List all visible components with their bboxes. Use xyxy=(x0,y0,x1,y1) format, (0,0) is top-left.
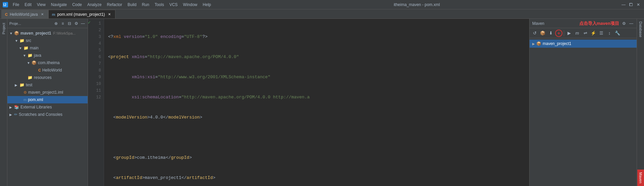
tree-arrow-java[interactable]: ▼ xyxy=(23,54,27,57)
menu-help[interactable]: Help xyxy=(201,2,213,8)
menu-file[interactable]: File xyxy=(11,2,21,8)
maven-title: Maven xyxy=(532,21,577,26)
maven-settings-icon[interactable]: ⚙ xyxy=(621,21,627,26)
line-num-8: 8 xyxy=(91,67,101,74)
tree-item-resources[interactable]: 📁 resources xyxy=(7,74,88,81)
project-panel-header: Proje... ⊕ ≡ ⊟ ⚙ — xyxy=(7,19,88,28)
tree-item-helloworld[interactable]: C HelloWorld xyxy=(7,66,88,74)
project-tree: ▼ 📦 maven_project1 F:\WorkSpa... ▼ 📁 src… xyxy=(7,28,88,186)
maven-tree: ▶ 📦 maven_project1 xyxy=(530,38,637,186)
folder-java-icon: 📁 xyxy=(28,53,33,58)
maven-tab-vertical[interactable]: Maven xyxy=(637,170,644,186)
tree-expand-icon[interactable]: ≡ xyxy=(60,21,65,26)
menu-navigate[interactable]: Navigate xyxy=(49,2,69,8)
database-tab-vertical[interactable]: Database xyxy=(637,19,644,40)
tree-arrow-com-itheima[interactable]: ▼ xyxy=(27,61,31,65)
menu-refactor[interactable]: Refactor xyxy=(105,2,124,8)
maven-project-item[interactable]: ▶ 📦 maven_project1 xyxy=(530,40,637,48)
tree-item-maven-project1[interactable]: ▼ 📦 maven_project1 F:\WorkSpa... xyxy=(7,30,88,37)
window-title: itheima_maven - pom.xml xyxy=(216,2,618,7)
maven-refresh-btn[interactable]: ↺ xyxy=(531,30,538,37)
maven-add-btn[interactable]: + xyxy=(555,30,562,37)
maven-minimize-icon[interactable]: — xyxy=(629,21,634,26)
window-controls: — ⧠ ✕ xyxy=(621,2,641,8)
editor-gutter: ✓ xyxy=(88,19,91,186)
tree-arrow-test[interactable]: ▶ xyxy=(15,83,19,87)
line-num-2: 2 xyxy=(91,27,101,34)
tab-helloworld-label: HelloWorld.java xyxy=(10,12,38,17)
tree-label-resources: resources xyxy=(34,75,52,80)
tree-item-iml[interactable]: ⚙ maven_project1.iml xyxy=(7,89,88,96)
project-close-icon[interactable]: — xyxy=(80,21,86,26)
maven-load-btn[interactable]: 📦 xyxy=(539,30,546,37)
line-num-5: 5 xyxy=(91,47,101,54)
tree-item-src[interactable]: ▼ 📁 src xyxy=(7,37,88,44)
menu-vcs[interactable]: VCS xyxy=(167,2,180,8)
maven-header: Maven 点击导入maven项目 ⚙ — xyxy=(530,19,637,28)
tree-collapse-icon[interactable]: ⊟ xyxy=(67,21,72,26)
tree-label-com-itheima: com.itheima xyxy=(38,60,60,65)
tab-helloworld[interactable]: C HelloWorld.java ✕ xyxy=(1,10,48,18)
editor-area: ✓ 1 2 3 4 5 6 7 8 9 10 11 12 <?xml versi… xyxy=(88,19,529,186)
tree-arrow-ext[interactable]: ▶ xyxy=(9,105,13,109)
left-vertical-tabs: Project xyxy=(0,19,7,186)
code-line-4: xsi:schemaLocation="http://maven.apache.… xyxy=(108,94,525,101)
tree-arrow-main[interactable]: ▼ xyxy=(19,46,23,50)
gutter-check-icon: ✓ xyxy=(88,19,91,25)
menu-code[interactable]: Code xyxy=(70,2,84,8)
maven-arrows-btn[interactable]: ↕ xyxy=(606,30,613,37)
line-num-12: 12 xyxy=(91,94,101,101)
tree-item-scratches[interactable]: ▶ ✏ Scratches and Consoles xyxy=(7,111,88,118)
project-settings-icon[interactable]: ⚙ xyxy=(73,21,79,26)
tree-item-com-itheima[interactable]: ▼ 📦 com.itheima xyxy=(7,59,88,66)
tree-item-java[interactable]: ▼ 📁 java xyxy=(7,52,88,59)
menu-build[interactable]: Build xyxy=(126,2,139,8)
tree-label-java: java xyxy=(34,53,41,58)
menu-run[interactable]: Run xyxy=(140,2,151,8)
tree-arrow-scratches[interactable]: ▶ xyxy=(9,113,13,117)
menu-analyze[interactable]: Analyze xyxy=(85,2,104,8)
maven-wrench-btn[interactable]: 🔧 xyxy=(614,30,621,37)
tree-expand-arrow[interactable]: ▼ xyxy=(9,32,13,35)
code-editor[interactable]: <?xml version="1.0" encoding="UTF-8"?> <… xyxy=(104,19,529,186)
maven-grid-btn[interactable]: ☰ xyxy=(598,30,605,37)
maven-parallel-btn[interactable]: ⇌ xyxy=(582,30,589,37)
tab-pomxml-close[interactable]: ✕ xyxy=(107,12,112,17)
tree-item-test[interactable]: ▶ 📁 test xyxy=(7,81,88,89)
line-num-11: 11 xyxy=(91,87,101,94)
tree-label-iml: maven_project1.iml xyxy=(28,90,63,95)
maven-m-btn[interactable]: m xyxy=(574,30,581,37)
menu-tools[interactable]: Tools xyxy=(153,2,166,8)
tab-helloworld-close[interactable]: ✕ xyxy=(40,12,45,17)
tree-item-pom[interactable]: m pom.xml xyxy=(7,96,88,103)
scratch-icon: ✏ xyxy=(14,112,17,117)
tree-arrow-src[interactable]: ▼ xyxy=(15,39,19,43)
code-line-6 xyxy=(108,134,525,141)
tab-pomxml-label: pom.xml (maven_project1) xyxy=(57,12,105,17)
iml-icon: ⚙ xyxy=(23,90,27,95)
toolbar-separator xyxy=(564,30,564,36)
minimize-button[interactable]: — xyxy=(621,2,627,8)
close-button[interactable]: ✕ xyxy=(635,2,641,8)
folder-src-icon: 📁 xyxy=(19,38,24,43)
tab-pomxml[interactable]: m pom.xml (maven_project1) ✕ xyxy=(48,10,115,18)
tree-item-main[interactable]: ▼ 📁 main xyxy=(7,44,88,52)
maven-run-btn[interactable]: ▶ xyxy=(565,30,573,37)
menu-view[interactable]: View xyxy=(35,2,48,8)
maven-download-btn[interactable]: ⬇ xyxy=(547,30,554,37)
maven-item-expand[interactable]: ▶ xyxy=(532,42,535,46)
maven-lightning-btn[interactable]: ⚡ xyxy=(590,30,597,37)
add-project-icon[interactable]: ⊕ xyxy=(53,21,59,26)
menu-window[interactable]: Window xyxy=(181,2,199,8)
project-tab-vertical[interactable]: Project xyxy=(0,20,7,37)
maven-project-icon: 📦 xyxy=(536,41,541,46)
line-num-10: 10 xyxy=(91,81,101,87)
line-num-7: 7 xyxy=(91,60,101,67)
maximize-button[interactable]: ⧠ xyxy=(628,2,634,8)
menu-edit[interactable]: Edit xyxy=(22,2,34,8)
tree-item-external-libs[interactable]: ▶ 📚 External Libraries xyxy=(7,103,88,111)
app-icon: IJ xyxy=(3,2,8,7)
code-line-3: xmlns:xsi="http://www.w3.org/2001/XMLSch… xyxy=(108,74,525,81)
folder-test-icon: 📁 xyxy=(19,83,24,87)
package-icon: 📦 xyxy=(32,60,37,65)
